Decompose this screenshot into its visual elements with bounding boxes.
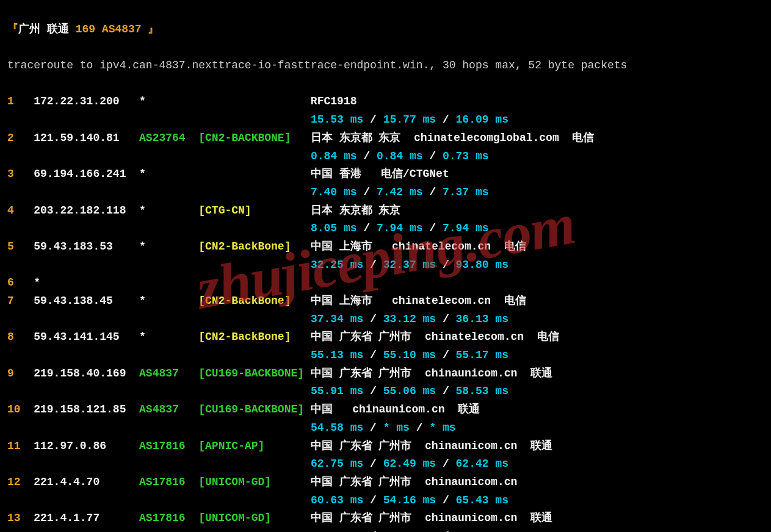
hop-network-tag: [CN2-BACKBONE] <box>198 129 311 148</box>
hop-number: 11 <box>7 437 34 456</box>
latency-value: 55.13 ms <box>311 349 363 361</box>
hop-latency-row: 15.53 ms / 15.77 ms / 16.09 ms <box>7 111 766 129</box>
hop-latency-row: 8.05 ms / 7.94 ms / 7.94 ms <box>7 220 766 238</box>
hop-asn: AS17816 <box>139 473 198 492</box>
latency-separator: / <box>436 385 455 397</box>
latency-value: 15.77 ms <box>383 113 436 126</box>
latency-value: 55.91 ms <box>311 385 363 397</box>
hop-latency-row: 37.34 ms / 33.12 ms / 36.13 ms <box>7 311 766 329</box>
hop-row: 4203.22.182.118*[CTG-CN]日本 东京都 东京 <box>7 202 766 220</box>
latency-value: 7.42 ms <box>377 186 423 198</box>
bracket-open: 『 <box>7 23 18 35</box>
hop-ip: 59.43.183.53 <box>34 238 139 256</box>
hop-network-tag: [CTG-CN] <box>198 202 311 220</box>
latency-separator: / <box>436 113 455 126</box>
hop-ip: 59.43.138.45 <box>34 292 139 311</box>
hop-row: 9219.158.40.169AS4837[CU169-BACKBONE]中国 … <box>7 365 766 383</box>
hop-location: 中国 chinaunicom.cn 联通 <box>311 401 480 419</box>
hop-row: 11112.97.0.86AS17816[APNIC-AP]中国 广东省 广州市… <box>7 437 766 456</box>
latency-value: 7.40 ms <box>311 186 357 198</box>
hop-network-tag: [CN2-BackBone] <box>198 328 311 347</box>
latency-value: 65.43 ms <box>456 494 509 506</box>
latency-value: 60.63 ms <box>311 494 363 506</box>
hop-row: 2121.59.140.81AS23764[CN2-BACKBONE]日本 东京… <box>7 129 766 148</box>
latency-value: 7.37 ms <box>443 186 489 198</box>
latency-value: 0.84 ms <box>311 150 357 162</box>
latency-separator: / <box>357 222 377 234</box>
hop-latency-row: 56.15 ms / 55.07 ms / 55.14 ms <box>7 528 766 532</box>
latency-value: 16.09 ms <box>456 113 509 126</box>
latency-separator: / <box>357 150 377 162</box>
hop-row: 859.43.141.145*[CN2-BackBone]中国 广东省 广州市 … <box>7 328 766 347</box>
hop-network-tag: [CN2-BackBone] <box>198 238 311 256</box>
latency-value: 15.53 ms <box>311 113 363 126</box>
latency-separator: / <box>436 313 455 325</box>
hop-row: 559.43.183.53*[CN2-BackBone]中国 上海市 china… <box>7 238 766 256</box>
hop-ip: 112.97.0.86 <box>34 437 139 456</box>
hop-row: 759.43.138.45*[CN2-BackBone]中国 上海市 china… <box>7 292 766 311</box>
hop-latency-row: 55.13 ms / 55.10 ms / 55.17 ms <box>7 347 766 365</box>
hop-row: 369.194.166.241*中国 香港 电信/CTGNet <box>7 165 766 184</box>
hop-latency-row: 60.63 ms / 54.16 ms / 65.43 ms <box>7 492 766 510</box>
latency-separator: / <box>363 385 383 397</box>
bracket-close: 』 <box>142 23 159 35</box>
latency-value: * ms <box>429 422 455 434</box>
hop-number: 2 <box>7 129 34 148</box>
terminal-output: 『广州 联通 169 AS4837 』 traceroute to ipv4.c… <box>0 0 771 532</box>
hop-ip: 221.4.4.70 <box>34 473 139 492</box>
hop-row: 1172.22.31.200*RFC1918 <box>7 93 766 111</box>
latency-separator: / <box>363 259 383 271</box>
hop-asn: AS17816 <box>139 437 198 456</box>
latency-value: 62.49 ms <box>383 458 436 470</box>
hop-asn: AS17816 <box>139 509 198 528</box>
latency-separator: / <box>436 349 455 361</box>
hop-row: 12221.4.4.70AS17816[UNICOM-GD]中国 广东省 广州市… <box>7 473 766 492</box>
hop-ip: 172.22.31.200 <box>34 93 139 111</box>
hop-location: 中国 上海市 chinatelecom.cn 电信 <box>311 292 526 311</box>
hop-ip: 121.59.140.81 <box>34 129 139 148</box>
hop-location: 中国 香港 电信/CTGNet <box>311 165 449 184</box>
hop-network-tag: [APNIC-AP] <box>198 437 311 456</box>
latency-value: 62.75 ms <box>311 458 363 470</box>
latency-value: 37.34 ms <box>311 313 363 325</box>
latency-separator: / <box>410 422 429 434</box>
hop-location: 中国 广东省 广州市 chinaunicom.cn 联通 <box>311 509 552 528</box>
hop-location: 日本 东京都 东京 <box>311 202 401 220</box>
hop-ip: 219.158.121.85 <box>34 401 139 419</box>
hop-latency-row: 55.91 ms / 55.06 ms / 58.53 ms <box>7 383 766 401</box>
hop-asn: AS4837 <box>139 365 198 383</box>
hop-number: 8 <box>7 328 34 347</box>
hop-location: 中国 广东省 广州市 chinaunicom.cn 联通 <box>311 365 552 383</box>
hop-number: 12 <box>7 473 34 492</box>
hop-row: 13221.4.1.77AS17816[UNICOM-GD]中国 广东省 广州市… <box>7 509 766 528</box>
hop-number: 13 <box>7 509 34 528</box>
hop-location: 中国 上海市 chinatelecom.cn 电信 <box>311 238 526 256</box>
latency-value: 8.05 ms <box>311 222 357 234</box>
hop-number: 4 <box>7 202 34 220</box>
hop-number: 9 <box>7 365 34 383</box>
hop-number: 7 <box>7 292 34 311</box>
latency-separator: / <box>436 458 455 470</box>
hop-network-tag: [CU169-BACKBONE] <box>198 365 311 383</box>
hop-latency-row: 62.75 ms / 62.49 ms / 62.42 ms <box>7 455 766 473</box>
latency-value: 32.25 ms <box>311 259 363 271</box>
latency-separator: / <box>436 259 455 271</box>
hop-network-tag: [UNICOM-GD] <box>198 473 311 492</box>
hop-location: 中国 广东省 广州市 chinatelecom.cn 电信 <box>311 328 559 347</box>
latency-separator: / <box>423 222 443 234</box>
latency-value: 32.37 ms <box>383 259 436 271</box>
hop-asn: * <box>139 165 198 184</box>
latency-separator: / <box>363 422 383 434</box>
latency-separator: / <box>423 150 443 162</box>
latency-separator: / <box>363 494 383 506</box>
latency-value: 62.42 ms <box>456 458 509 470</box>
latency-separator: / <box>363 113 383 126</box>
latency-value: 55.17 ms <box>456 349 509 361</box>
hops-list: 1172.22.31.200*RFC191815.53 ms / 15.77 m… <box>7 93 766 532</box>
hop-asn: * <box>139 328 198 347</box>
latency-value: 7.94 ms <box>443 222 489 234</box>
hop-asn: * <box>139 202 198 220</box>
hop-number: 1 <box>7 93 34 111</box>
hop-location: 日本 东京都 东京 chinatelecomglobal.com 电信 <box>311 129 594 148</box>
hop-latency-row: 54.58 ms / * ms / * ms <box>7 419 766 437</box>
